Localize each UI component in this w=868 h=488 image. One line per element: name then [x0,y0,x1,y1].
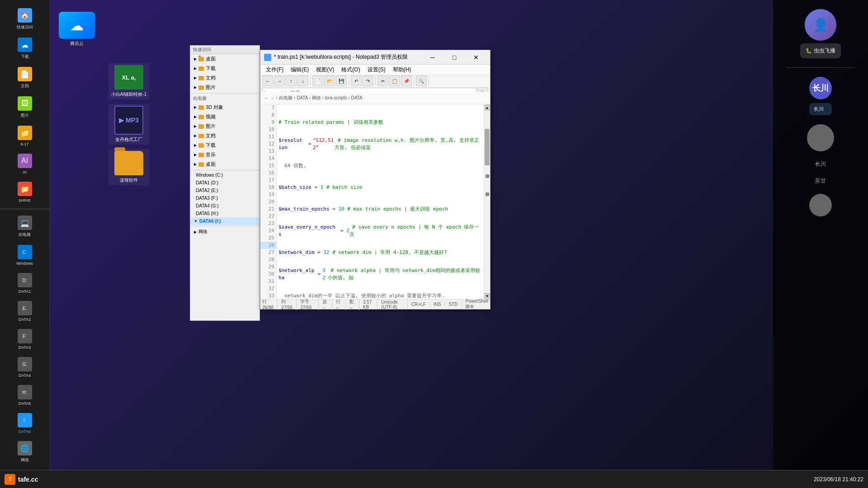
sidebar-item-winc[interactable]: C: Windows [0,241,49,269]
scroll-thumb[interactable] [485,129,490,165]
sidebar-item-docs[interactable]: 📄 文档 [0,63,49,93]
tree-data2[interactable]: DATA2 (E:) [190,187,259,194]
tree-docs[interactable]: ▶ 文档 [190,73,259,83]
toolbar-cut[interactable]: ✂ [377,75,388,86]
scrollbar[interactable]: ▲ ▼ [484,104,490,299]
toolbar-down[interactable]: ↓ [297,75,308,86]
menu-help[interactable]: 帮助(H) [389,65,415,75]
panel-divider1 [786,67,855,68]
sidebar-item-computer[interactable]: 💻 此电脑 [0,212,49,241]
data5-icon: H: [18,385,32,399]
sidebar-item-data5[interactable]: H: DATA5 [0,381,49,409]
sidebar-item-home[interactable]: 🏠 快速访问 [0,5,49,34]
tree-music[interactable]: ▶ 音乐 [190,150,259,160]
line-num-15: 15 [260,162,276,169]
sidebar-item-data3[interactable]: F: DATA3 [0,325,49,353]
ai-assistant-folder[interactable]: XL a, 小白AI辅助特效-1 [108,63,149,99]
tree-folder-icon [198,57,204,61]
tree-dl2-label: 下载 [206,142,216,149]
tree-3d[interactable]: ▶ 3D 对象 [190,103,259,112]
sidebar-item-data4[interactable]: G: DATA4 [0,353,49,381]
tree-dl2-icon [198,143,204,148]
sidebar-item-ai[interactable]: AI AI [0,150,49,178]
code-area[interactable]: # Train related params | 训练相关参数 $resolut… [277,104,484,299]
toolbar-up[interactable]: ↑ [286,75,297,86]
tree-desktop[interactable]: ▶ 桌面 [190,54,259,64]
toolbar-undo[interactable]: ↶ [351,75,362,86]
data4-icon: G: [18,357,32,371]
notepad-address: ← → ↑ 此电脑 › DATA › 网络 › lora-scripts › D… [260,92,490,104]
tree-pics[interactable]: ▶ 图片 [190,83,259,92]
tree-network[interactable]: ▶ 网络 [190,227,259,236]
tree-data3[interactable]: DATA3 (F:) [190,194,259,202]
tree-download[interactable]: ▶ 下载 [190,64,259,73]
desktop-icons-grid: ☁ 腾讯云 [52,5,147,54]
line-num-23: 23 [260,220,276,227]
tree-video-icon [198,115,204,119]
tree-desk2[interactable]: ▶ 桌面 [190,160,259,169]
status-selection: 选 -- [322,299,332,310]
sidebar-ai-label: AI [23,170,27,174]
tree-data4[interactable]: DATA4 (G:) [190,202,259,210]
user1-avatar: 👤 [805,9,836,41]
scroll-up-btn[interactable]: ▲ [484,104,491,111]
toolbar-open[interactable]: 📂 [324,75,335,86]
titlebar-controls: ─ □ ✕ [422,51,486,64]
menu-format[interactable]: 格式(O) [338,65,363,75]
line-num-21: 21 [260,206,276,213]
toolbar-paste[interactable]: 📌 [401,75,412,86]
menu-edit[interactable]: 编辑(E) [287,65,312,75]
explorer-panel-header: 快速访问 [190,46,259,54]
tree-data1[interactable]: DATA1 (D:) [190,179,259,187]
desktop-tencent[interactable]: ☁ 腾讯云 [57,9,97,50]
code-line-13: $network_dim = 32 # network dim | 常用 4-1… [278,249,482,256]
tree-winc[interactable]: Windows (C:) [190,171,259,179]
sidebar-item-6-17[interactable]: 📁 6-17 [0,122,49,150]
line-num-28: 28 [260,256,276,263]
minimize-button[interactable]: ─ [422,51,443,64]
sidebar-item-pics[interactable]: 🖼 图片 [0,93,49,122]
tree-video[interactable]: ▶ 视频 [190,112,259,122]
code-line-15: network_dim的一半 以止下溢, 使用较小的 alpha 需要提升学习率… [278,292,482,299]
sidebar-item-onedrive[interactable]: ☁ 下载 [0,34,49,63]
scroll-marker1[interactable] [486,174,489,178]
sidebar-item-data1[interactable]: D: DATA1 [0,269,49,297]
tree-docs2[interactable]: ▶ 文档 [190,131,259,141]
tree-data4-label: DATA4 (G:) [196,203,219,208]
maximize-button[interactable]: □ [444,51,465,64]
toolbar-new[interactable]: 📄 [312,75,323,86]
tree-folder-icon2 [198,66,204,71]
sidebar-item-data6[interactable]: I: DATA6 [0,409,49,437]
sidebar-data4-label: DATA4 [19,373,31,378]
sidebar-item-network[interactable]: 🌐 网络 [0,437,49,467]
tree-data5[interactable]: DATA5 (H:) [190,210,259,217]
tree-docs2-label: 文档 [206,132,216,139]
tree-pics2[interactable]: ▶ 图片 [190,122,259,131]
tree-data6[interactable]: ▼ DATA6 (I:) [190,217,259,225]
tree-dl2[interactable]: ▶ 下载 [190,141,259,150]
tree-data5-label: DATA5 (H:) [196,211,218,216]
toolbar-save[interactable]: 💾 [336,75,347,86]
scroll-down-btn[interactable]: ▼ [484,293,491,299]
close-button[interactable]: ✕ [466,51,486,64]
source-folder[interactable]: 泼辣软件 [108,149,149,185]
menu-settings[interactable]: 设置(S) [364,65,389,75]
sidebar-item-data2[interactable]: E: DATA2 [0,297,49,325]
toolbar-redo[interactable]: ↷ [363,75,373,86]
menu-file[interactable]: 文件(F) [262,65,287,75]
mp3-folder[interactable]: ▶ MP3 金丹格式工厂 [108,104,149,145]
toolbar-sep5 [429,76,429,85]
sidebar-item-putout[interactable]: 📁 putout [0,178,49,206]
taskbar: T tafe.cc 2023/06/18 21:40:22 [0,470,868,488]
tree-docs-label: 文档 [206,75,216,81]
toolbar-forward[interactable]: → [274,75,285,86]
folder-icon: 📁 [18,126,32,140]
toolbar-back[interactable]: ← [262,75,273,86]
scroll-marker2[interactable] [486,192,489,196]
toolbar-copy[interactable]: 📋 [389,75,400,86]
data1-icon: D: [18,273,32,287]
menu-view[interactable]: 视图(V) [312,65,338,75]
tree-data3-label: DATA3 (F:) [196,196,218,201]
line-num-20: 20 [260,198,276,206]
toolbar-find[interactable]: 🔍 [416,75,427,86]
